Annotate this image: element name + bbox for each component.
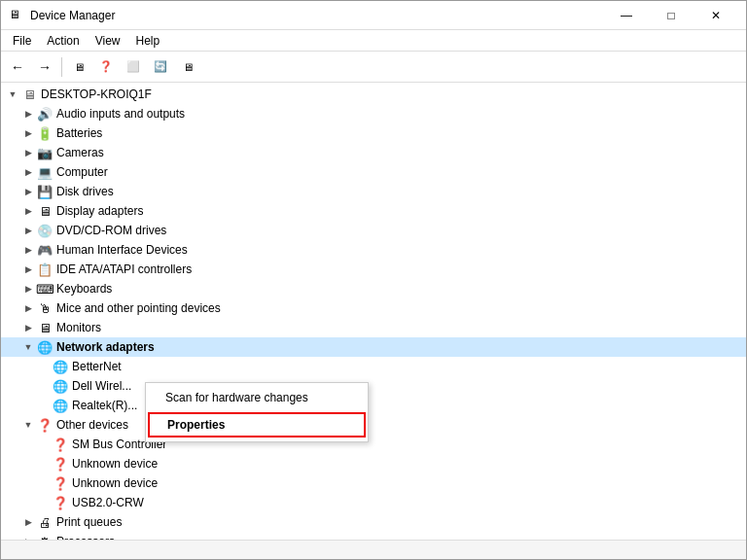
dellwirel-label: Dell Wirel... [72,379,131,393]
tree-item-ide[interactable]: ▶ 📋 IDE ATA/ATAPI controllers [1,260,746,279]
unknown1-icon: ❓ [53,456,68,472]
tree-item-cameras[interactable]: ▶ 📷 Cameras [1,143,746,162]
forward-button[interactable]: → [32,54,57,80]
computer-expand-icon: ▶ [20,164,36,180]
mice-icon: 🖱 [37,300,53,316]
ide-expand-icon: ▶ [20,262,36,277]
context-menu-properties[interactable]: Properties [148,412,366,438]
tree-root[interactable]: ▼ 🖥 DESKTOP-KROIQ1F [1,85,746,104]
batteries-icon: 🔋 [37,125,53,141]
unknown2-expand-icon [36,475,52,491]
window-title: Device Manager [30,9,115,22]
usb2-label: USB2.0-CRW [72,496,144,509]
minimize-button[interactable]: — [604,1,649,30]
processors-expand-icon: ▶ [20,534,36,540]
tree-item-unknown1[interactable]: ❓ Unknown device [1,454,746,473]
unknown1-label: Unknown device [72,457,158,471]
tree-item-computer[interactable]: ▶ 💻 Computer [1,162,746,182]
other-expand-icon: ▼ [20,417,36,433]
ide-label: IDE ATA/ATAPI controllers [56,262,192,276]
titlebar: 🖥 Device Manager — □ ✕ [1,1,746,30]
cameras-icon: 📷 [37,145,53,160]
tree-item-other[interactable]: ▼ ❓ Other devices [1,415,746,435]
hid-expand-icon: ▶ [20,242,36,258]
print-label: Print queues [56,515,122,529]
smbus-expand-icon [36,437,52,452]
tree-item-monitors[interactable]: ▶ 🖥 Monitors [1,318,746,337]
tree-item-disk[interactable]: ▶ 💾 Disk drives [1,182,746,201]
monitors-label: Monitors [56,321,101,334]
tree-item-keyboards[interactable]: ▶ ⌨ Keyboards [1,279,746,298]
other-icon: ❓ [37,417,53,433]
back-button[interactable]: ← [5,54,30,80]
betternet-label: BetterNet [72,360,122,373]
tree-item-dellwirel[interactable]: 🌐 Dell Wirel... [1,376,746,396]
toolbar: ← → 🖥 ❓ ⬜ 🔄 🖥 [1,52,746,83]
hid-icon: 🎮 [37,242,53,258]
batteries-label: Batteries [56,126,102,140]
titlebar-left: 🖥 Device Manager [9,8,115,23]
scan-button[interactable]: ⬜ [121,54,146,80]
tree-item-processors[interactable]: ▶ ⚙ Processors [1,532,746,540]
realtek-icon: 🌐 [53,398,68,413]
properties-label: Properties [167,418,225,432]
mice-expand-icon: ▶ [20,300,36,316]
menu-file[interactable]: File [5,32,39,50]
other-label: Other devices [56,418,128,432]
tree-item-audio[interactable]: ▶ 🔊 Audio inputs and outputs [1,104,746,123]
tree-item-betternet[interactable]: 🌐 BetterNet [1,357,746,376]
smbus-icon: ❓ [53,437,68,452]
cameras-label: Cameras [56,146,104,159]
tree-item-realtek[interactable]: 🌐 Realtek(R)... [1,396,746,415]
close-button[interactable]: ✕ [694,1,738,30]
tree-item-network[interactable]: ▼ 🌐 Network adapters [1,337,746,357]
context-menu: Scan for hardware changes Properties [145,382,369,442]
tree-item-display[interactable]: ▶ 🖥 Display adapters [1,201,746,221]
processors-icon: ⚙ [37,534,53,540]
network-expand-icon: ▼ [20,339,36,355]
network-label: Network adapters [56,340,155,354]
device-tree[interactable]: ▼ 🖥 DESKTOP-KROIQ1F ▶ 🔊 Audio inputs and… [1,83,746,540]
tree-item-print[interactable]: ▶ 🖨 Print queues [1,512,746,532]
audio-expand-icon: ▶ [20,106,36,122]
menu-view[interactable]: View [88,32,128,50]
tree-item-batteries[interactable]: ▶ 🔋 Batteries [1,123,746,143]
tree-item-smbus[interactable]: ❓ SM Bus Controller [1,435,746,454]
menu-action[interactable]: Action [39,32,87,50]
dellwirel-expand-icon [36,378,52,394]
properties-button[interactable]: 🖥 [66,54,91,80]
context-menu-scan[interactable]: Scan for hardware changes [146,385,368,410]
tree-item-dvd[interactable]: ▶ 💿 DVD/CD-ROM drives [1,221,746,240]
mice-label: Mice and other pointing devices [56,301,221,315]
audio-label: Audio inputs and outputs [56,107,185,121]
tree-item-mice[interactable]: ▶ 🖱 Mice and other pointing devices [1,298,746,318]
display-icon: 🖥 [37,203,53,219]
audio-icon: 🔊 [37,106,53,122]
menu-help[interactable]: Help [128,32,168,50]
content-area: ▼ 🖥 DESKTOP-KROIQ1F ▶ 🔊 Audio inputs and… [1,83,746,540]
tree-item-unknown2[interactable]: ❓ Unknown device [1,473,746,493]
display-expand-icon: ▶ [20,203,36,219]
realtek-label: Realtek(R)... [72,399,137,412]
keyboards-expand-icon: ▶ [20,281,36,297]
view-button[interactable]: 🖥 [175,54,200,80]
unknown2-label: Unknown device [72,476,158,490]
titlebar-controls: — □ ✕ [604,1,738,30]
maximize-button[interactable]: □ [649,1,694,30]
unknown1-expand-icon [36,456,52,472]
dellwirel-icon: 🌐 [53,378,68,394]
unknown2-icon: ❓ [53,475,68,491]
dvd-label: DVD/CD-ROM drives [56,224,166,237]
root-icon: 🖥 [21,87,37,102]
keyboards-icon: ⌨ [37,281,53,297]
root-expand-icon: ▼ [5,87,20,102]
refresh-button[interactable]: 🔄 [148,54,173,80]
help-button[interactable]: ❓ [93,54,119,80]
disk-label: Disk drives [56,185,114,198]
tree-item-hid[interactable]: ▶ 🎮 Human Interface Devices [1,240,746,260]
network-icon: 🌐 [37,339,53,355]
tree-item-usb2[interactable]: ❓ USB2.0-CRW [1,493,746,512]
computer-label: Computer [56,165,108,179]
realtek-expand-icon [36,398,52,413]
monitors-icon: 🖥 [37,320,53,335]
